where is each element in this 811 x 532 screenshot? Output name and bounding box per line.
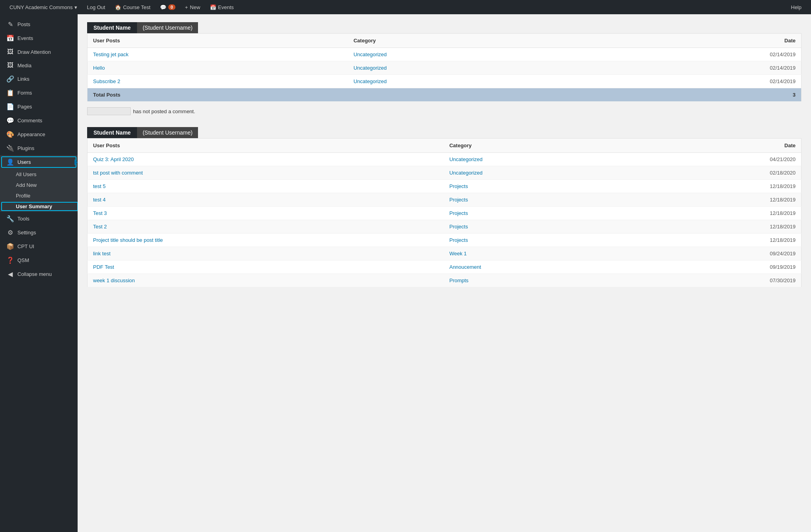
category-link[interactable]: Projects bbox=[449, 197, 468, 203]
post-title-cell: tst post with comment bbox=[88, 166, 444, 180]
sidebar-item-forms[interactable]: 📋 Forms bbox=[0, 86, 78, 100]
table-row: Testing jet pack Uncategorized 02/14/201… bbox=[88, 48, 801, 61]
post-link[interactable]: week 1 discussion bbox=[93, 277, 135, 283]
post-date-cell: 07/30/2019 bbox=[638, 274, 801, 287]
post-category-cell: Uncategorized bbox=[444, 166, 638, 180]
category-link[interactable]: Week 1 bbox=[449, 251, 467, 256]
post-link[interactable]: Quiz 3: April 2020 bbox=[93, 156, 134, 162]
sidebar-item-collapse[interactable]: ◀ Collapse menu bbox=[0, 267, 78, 281]
adminbar-new[interactable]: + New bbox=[180, 0, 205, 14]
post-title-cell: week 1 discussion bbox=[88, 274, 444, 287]
pages-icon: 📄 bbox=[6, 103, 14, 110]
post-category-cell: Projects bbox=[444, 220, 638, 234]
post-link[interactable]: tst post with comment bbox=[93, 170, 143, 176]
post-date-cell: 04/21/2020 bbox=[638, 153, 801, 166]
post-link[interactable]: link test bbox=[93, 251, 110, 256]
post-category-cell: Projects bbox=[444, 207, 638, 220]
post-link[interactable]: Test 2 bbox=[93, 224, 107, 230]
post-category-cell: Prompts bbox=[444, 274, 638, 287]
comment-name-placeholder-1 bbox=[87, 107, 131, 115]
submenu-user-summary[interactable]: User Summary bbox=[0, 201, 78, 212]
category-link[interactable]: Annoucement bbox=[449, 264, 481, 270]
sidebar-item-draw-attention-label: Draw Attention bbox=[17, 49, 51, 55]
category-link[interactable]: Uncategorized bbox=[354, 65, 387, 71]
post-date-cell: 09/19/2019 bbox=[638, 260, 801, 274]
sidebar-item-events[interactable]: 📅 Events bbox=[0, 31, 78, 45]
sidebar-item-tools[interactable]: 🔧 Tools bbox=[0, 212, 78, 226]
category-link[interactable]: Projects bbox=[449, 183, 468, 189]
sidebar-item-pages[interactable]: 📄 Pages bbox=[0, 100, 78, 114]
qsm-icon: ❓ bbox=[6, 256, 14, 264]
submenu-profile[interactable]: Profile bbox=[0, 190, 78, 201]
table-row: test 4 Projects 12/18/2019 bbox=[88, 193, 801, 207]
draw-attention-icon: 🖼 bbox=[6, 48, 14, 55]
adminbar-events[interactable]: 📅 Events bbox=[205, 0, 239, 14]
table-row: PDF Test Annoucement 09/19/2019 bbox=[88, 260, 801, 274]
sidebar-item-comments[interactable]: 💬 Comments bbox=[0, 114, 78, 127]
sidebar-item-cpt-ui[interactable]: 📦 CPT UI bbox=[0, 239, 78, 253]
category-link[interactable]: Projects bbox=[449, 210, 468, 216]
category-link[interactable]: Uncategorized bbox=[449, 156, 483, 162]
adminbar-events-label: Events bbox=[218, 4, 234, 10]
sidebar-item-links[interactable]: 🔗 Links bbox=[0, 72, 78, 86]
media-icon: 🖼 bbox=[6, 62, 14, 69]
post-title-cell: test 5 bbox=[88, 180, 444, 193]
student-block-1: Student Name (Student Username) User Pos… bbox=[87, 22, 801, 115]
adminbar-comments[interactable]: 💬 0 bbox=[155, 0, 180, 14]
sidebar: ✎ Posts 📅 Events 🖼 Draw Attention 🖼 Medi… bbox=[0, 14, 78, 532]
category-link[interactable]: Uncategorized bbox=[354, 51, 387, 57]
post-link[interactable]: Test 3 bbox=[93, 210, 107, 216]
sidebar-item-appearance[interactable]: 🎨 Appearance bbox=[0, 127, 78, 141]
col-category-2: Category bbox=[444, 139, 638, 153]
post-link[interactable]: test 5 bbox=[93, 183, 106, 189]
adminbar-site-name: CUNY Academic Commons bbox=[10, 4, 72, 10]
student-username-2: (Student Username) bbox=[137, 127, 198, 138]
category-link[interactable]: Uncategorized bbox=[354, 78, 387, 84]
adminbar-comment-icon: 💬 bbox=[160, 4, 166, 10]
sidebar-item-posts[interactable]: ✎ Posts bbox=[0, 17, 78, 31]
category-link[interactable]: Projects bbox=[449, 224, 468, 230]
adminbar-course-test-label: Course Test bbox=[123, 4, 150, 10]
post-link[interactable]: Subscribe 2 bbox=[93, 78, 120, 84]
submenu-all-users[interactable]: All Users bbox=[0, 169, 78, 180]
col-date-2: Date bbox=[638, 139, 801, 153]
post-category-cell: Annoucement bbox=[444, 260, 638, 274]
adminbar-site[interactable]: CUNY Academic Commons ▾ bbox=[5, 0, 82, 14]
total-posts-label: Total Posts bbox=[88, 88, 595, 102]
category-link[interactable]: Prompts bbox=[449, 277, 468, 283]
col-category-1: Category bbox=[348, 34, 595, 48]
plugins-icon: 🔌 bbox=[6, 144, 14, 152]
sidebar-item-users-label: Users bbox=[17, 159, 31, 165]
sidebar-item-settings[interactable]: ⚙ Settings bbox=[0, 226, 78, 239]
post-date-cell: 09/24/2019 bbox=[638, 247, 801, 260]
sidebar-item-plugins[interactable]: 🔌 Plugins bbox=[0, 141, 78, 155]
post-category-cell: Uncategorized bbox=[348, 61, 595, 75]
post-link[interactable]: PDF Test bbox=[93, 264, 114, 270]
post-link[interactable]: Testing jet pack bbox=[93, 51, 129, 57]
main-content: Student Name (Student Username) User Pos… bbox=[78, 14, 811, 532]
adminbar-help[interactable]: Help bbox=[786, 4, 806, 10]
adminbar-dropdown-icon: ▾ bbox=[74, 4, 77, 10]
post-title-cell: Testing jet pack bbox=[88, 48, 348, 61]
sidebar-item-media[interactable]: 🖼 Media bbox=[0, 59, 78, 72]
sidebar-item-users[interactable]: 👤 Users bbox=[0, 155, 78, 169]
sidebar-item-qsm[interactable]: ❓ QSM bbox=[0, 253, 78, 267]
category-link[interactable]: Projects bbox=[449, 237, 468, 243]
appearance-icon: 🎨 bbox=[6, 131, 14, 138]
sidebar-item-settings-label: Settings bbox=[17, 230, 36, 236]
post-link[interactable]: Project title should be post title bbox=[93, 237, 163, 243]
student-name-1: Student Name bbox=[87, 22, 137, 33]
table-row: test 5 Projects 12/18/2019 bbox=[88, 180, 801, 193]
post-link[interactable]: test 4 bbox=[93, 197, 106, 203]
post-link[interactable]: Hello bbox=[93, 65, 105, 71]
adminbar-logout[interactable]: Log Out bbox=[82, 0, 110, 14]
users-icon: 👤 bbox=[6, 158, 14, 166]
adminbar-course-test[interactable]: 🏠 Course Test bbox=[110, 0, 155, 14]
post-category-cell: Uncategorized bbox=[348, 48, 595, 61]
table-row: Subscribe 2 Uncategorized 02/14/2019 bbox=[88, 75, 801, 88]
category-link[interactable]: Uncategorized bbox=[449, 170, 483, 176]
submenu-add-new[interactable]: Add New bbox=[0, 180, 78, 190]
sidebar-item-draw-attention[interactable]: 🖼 Draw Attention bbox=[0, 45, 78, 59]
admin-bar: CUNY Academic Commons ▾ Log Out 🏠 Course… bbox=[0, 0, 811, 14]
sidebar-item-tools-label: Tools bbox=[17, 216, 29, 222]
